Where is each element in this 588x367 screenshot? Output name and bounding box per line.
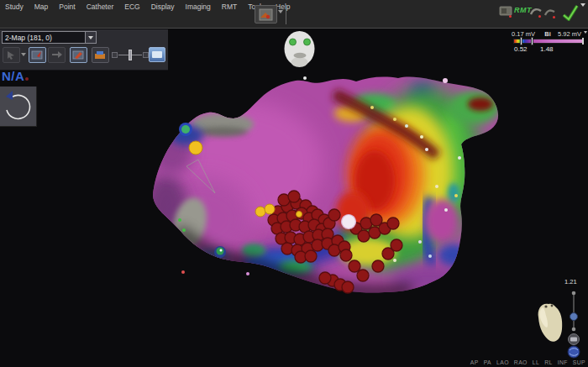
orient-pa[interactable]: PA: [484, 359, 491, 365]
tool-button-disabled[interactable]: [3, 47, 20, 63]
map-edit-icon: [72, 50, 85, 60]
voltage-color-scale: 0.17 mV Bi 5.92 mV 0.52 1.48: [509, 29, 588, 53]
menu-rmt[interactable]: RMT: [220, 2, 239, 12]
top-menu-bar: Study Map Point Catheter ECG Display Ima…: [0, 0, 588, 29]
fluoro-status-dot: [509, 15, 512, 18]
menubar: Study Map Point Catheter ECG Display Ima…: [3, 2, 292, 12]
active-catheter-tip-dot[interactable]: [342, 215, 356, 229]
map-speck: [444, 208, 448, 212]
map-speck: [435, 185, 438, 188]
ablation-point[interactable]: [357, 270, 369, 281]
ablation-point[interactable]: [288, 191, 300, 202]
view-status-label: N/A: [2, 69, 29, 83]
scale-low-threshold: 0.52: [514, 45, 528, 53]
scale-high-threshold: 1.48: [540, 45, 554, 53]
rotate-panel: [0, 87, 37, 127]
map-speck: [178, 218, 181, 222]
ablation-point[interactable]: [342, 281, 354, 293]
pointer-icon: [6, 50, 17, 60]
ablation-point[interactable]: [372, 260, 384, 272]
menu-catheter[interactable]: Catheter: [85, 2, 116, 12]
screen-layout-button[interactable]: [149, 47, 165, 62]
slider-min-box[interactable]: [112, 52, 118, 58]
menu-map[interactable]: Map: [33, 2, 50, 12]
map-speck: [458, 156, 461, 160]
face-right-eye: [304, 39, 311, 45]
menu-imaging[interactable]: Imaging: [184, 2, 213, 12]
yellow-tag-point[interactable]: [265, 204, 275, 214]
orient-lao[interactable]: LAO: [496, 359, 509, 365]
menu-display[interactable]: Display: [150, 2, 176, 12]
scale-low-handle[interactable]: [520, 37, 522, 45]
orient-ll[interactable]: LL: [533, 359, 539, 365]
yellow-tag-point[interactable]: [255, 207, 265, 217]
connection-check-icon[interactable]: [561, 3, 580, 21]
map-selector-caret[interactable]: [85, 32, 96, 43]
rotate-arrow-icon[interactable]: [0, 87, 37, 127]
map-selector-value: 2-Map (181, 0): [3, 34, 85, 42]
yellow-tag-point[interactable]: [297, 212, 302, 218]
orient-sup[interactable]: SUP: [573, 359, 585, 365]
map-point-tool-button[interactable]: [29, 47, 46, 63]
fill-threshold-icon: [94, 50, 107, 60]
scale-high-handle[interactable]: [531, 37, 533, 45]
zoom-slider-bottom-dot[interactable]: [572, 328, 576, 332]
orient-ap[interactable]: AP: [470, 359, 479, 365]
orientation-button-row: AP PA LAO RAO LL RL INF SUP: [470, 359, 585, 365]
map-view-button[interactable]: [255, 5, 277, 24]
scale-gradient-bar[interactable]: [513, 39, 584, 44]
camera-icon: [570, 338, 577, 342]
catheter-tip-point[interactable]: [342, 215, 356, 229]
orientation-face-indicator[interactable]: [281, 29, 319, 71]
scale-label: Bi: [544, 30, 551, 38]
ablation-point[interactable]: [328, 209, 340, 221]
orient-rao[interactable]: RAO: [514, 359, 528, 365]
scale-dropdown-caret[interactable]: [584, 31, 587, 34]
ablation-point[interactable]: [305, 250, 317, 262]
map-speck: [182, 228, 186, 232]
app-window: Study Map Point Catheter ECG Display Ima…: [0, 0, 588, 367]
toolbar-separator: [286, 5, 286, 24]
globe-button[interactable]: [568, 346, 580, 358]
ablation-point[interactable]: [358, 230, 370, 242]
orient-inf[interactable]: INF: [558, 359, 568, 365]
reference-heart-icon[interactable]: [534, 301, 564, 344]
menu-study[interactable]: Study: [3, 2, 25, 12]
map-speck: [220, 249, 223, 252]
status-mark: [25, 77, 29, 81]
zoom-slider-handle[interactable]: [570, 313, 578, 321]
point-edit-tool-button[interactable]: [70, 47, 87, 63]
map-speck: [181, 270, 185, 274]
map-speck: [443, 78, 448, 83]
ablation-point[interactable]: [340, 249, 352, 261]
yellow-tag-point[interactable]: [189, 141, 202, 155]
tool-dropdown-caret[interactable]: [21, 53, 26, 56]
orient-rl[interactable]: RL: [544, 359, 553, 365]
face-chin: [291, 57, 308, 67]
map-speck: [393, 259, 396, 262]
connection-dropdown-caret[interactable]: [580, 3, 585, 7]
ablation-point[interactable]: [387, 218, 399, 229]
map-point-icon: [31, 50, 44, 60]
map-speck: [425, 148, 428, 151]
map-speck: [393, 118, 396, 121]
map-selector[interactable]: 2-Map (181, 0): [2, 31, 97, 44]
scale-end-cap: [582, 38, 584, 45]
ablation-point[interactable]: [391, 239, 402, 251]
menu-point[interactable]: Point: [57, 2, 76, 12]
face-mouth: [294, 53, 307, 58]
slider-max-box[interactable]: [143, 52, 149, 58]
map-view-dropdown-caret[interactable]: [278, 10, 283, 13]
ablation-point[interactable]: [349, 260, 360, 272]
map-speck: [428, 254, 432, 258]
double-arrow-icon: [51, 50, 63, 60]
menu-ecg[interactable]: ECG: [123, 2, 141, 12]
zoom-value: 1.21: [564, 278, 577, 286]
zoom-slider: [561, 286, 586, 367]
ablation-point[interactable]: [319, 272, 331, 284]
zoom-slider-top-dot[interactable]: [572, 291, 576, 296]
fill-threshold-button[interactable]: [92, 47, 109, 63]
transfer-tool-button[interactable]: [48, 47, 66, 63]
map-speck: [246, 272, 249, 275]
fill-slider-handle[interactable]: [129, 50, 132, 60]
